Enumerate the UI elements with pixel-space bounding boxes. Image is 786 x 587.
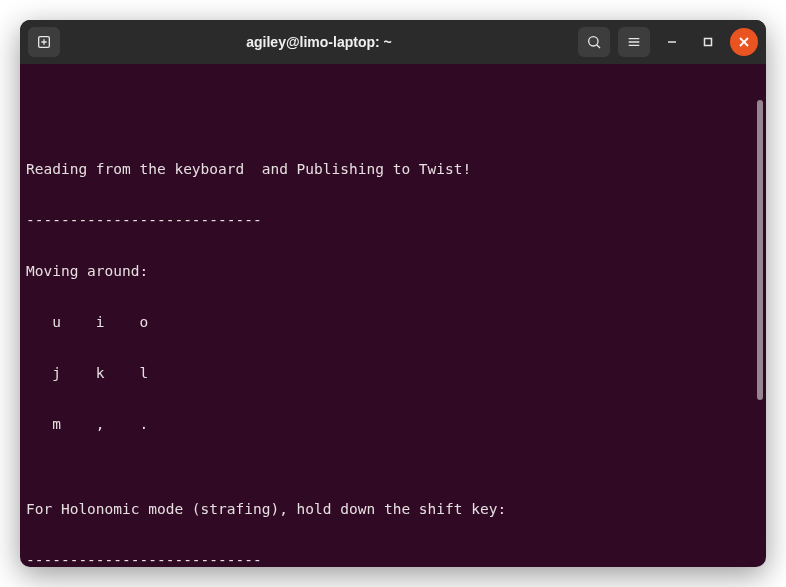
terminal-line: --------------------------- xyxy=(26,212,754,229)
terminal-line: j k l xyxy=(26,365,754,382)
search-button[interactable] xyxy=(578,27,610,57)
maximize-button[interactable] xyxy=(694,28,722,56)
svg-point-3 xyxy=(589,37,598,46)
terminal-body[interactable]: Reading from the keyboard and Publishing… xyxy=(20,64,766,567)
terminal-line: Moving around: xyxy=(26,263,754,280)
titlebar-right xyxy=(578,27,758,57)
titlebar: agiley@limo-laptop: ~ xyxy=(20,20,766,64)
terminal-line: For Holonomic mode (strafing), hold down… xyxy=(26,501,754,518)
terminal-line: --------------------------- xyxy=(26,552,754,567)
menu-button[interactable] xyxy=(618,27,650,57)
close-button[interactable] xyxy=(730,28,758,56)
svg-line-4 xyxy=(597,45,600,48)
terminal-line: u i o xyxy=(26,314,754,331)
minimize-button[interactable] xyxy=(658,28,686,56)
terminal-window: agiley@limo-laptop: ~ xyxy=(20,20,766,567)
terminal-line: Reading from the keyboard and Publishing… xyxy=(26,161,754,178)
svg-rect-9 xyxy=(705,39,712,46)
new-tab-button[interactable] xyxy=(28,27,60,57)
terminal-line: m , . xyxy=(26,416,754,433)
scrollbar-thumb[interactable] xyxy=(757,100,763,400)
window-title: agiley@limo-laptop: ~ xyxy=(68,34,570,50)
